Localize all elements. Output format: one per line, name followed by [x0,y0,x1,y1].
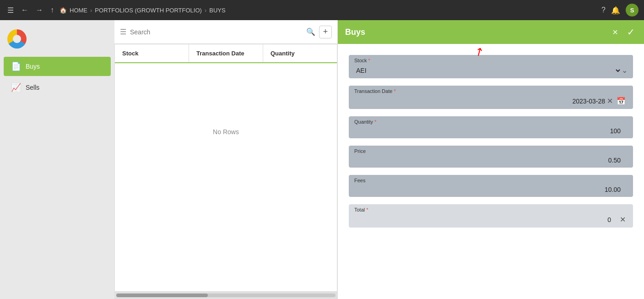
price-input[interactable] [354,157,628,164]
logo [0,24,114,56]
sells-icon: 📈 [11,82,21,92]
sidebar-item-buys[interactable]: 📄 Buys [4,57,111,76]
split-layout: ☰ 🔍 + Stock Transaction Date Quantity No… [114,20,644,299]
transaction-date-label: Transaction Date * [349,86,633,95]
breadcrumb: 🏠 HOME › PORTFOLIOS (GROWTH PORTFOLIO) ›… [60,7,598,14]
help-icon[interactable]: ? [601,6,606,14]
stock-field: Stock * AEI ⌄ [349,55,633,78]
quantity-field: Quantity * [349,116,633,138]
transaction-date-clear-button[interactable]: ✕ [605,97,615,105]
nav-sep-1: › [90,7,92,14]
nav-sep-2: › [205,7,206,14]
back-icon[interactable]: ← [19,4,30,16]
transaction-date-input[interactable] [354,98,605,105]
right-panel: Buys × ✓ Stock * AEI ⌄ [337,20,644,299]
total-field: Total * ✕ [349,204,633,228]
menu-icon[interactable]: ☰ [5,4,16,16]
avatar[interactable]: S [626,4,639,16]
price-input-row [349,155,633,168]
sidebar: 📄 Buys 📈 Sells [0,20,114,299]
fees-field: Fees [349,175,633,197]
col-quantity: Quantity [263,44,337,62]
logo-circle [7,29,27,49]
up-icon[interactable]: ↑ [49,4,56,16]
sidebar-item-buys-label: Buys [26,63,40,70]
total-clear-button[interactable]: ✕ [618,215,628,224]
main-layout: 📄 Buys 📈 Sells ☰ 🔍 + Stock Transaction D… [0,20,644,299]
nav-home[interactable]: HOME [70,7,87,14]
scrollbar-track [116,294,336,297]
nav-current: BUYS [209,7,225,14]
col-transaction-date: Transaction Date [189,44,263,62]
table-empty-message: No Rows [115,63,337,201]
notifications-icon[interactable]: 🔔 [611,6,620,15]
total-input[interactable] [354,216,618,223]
table-body: No Rows [115,63,337,201]
fees-label: Fees [349,175,633,184]
fees-input-row [349,184,633,197]
forward-icon[interactable]: → [34,4,45,16]
transaction-date-calendar-button[interactable]: 📅 [615,97,628,105]
left-content: ☰ 🔍 + Stock Transaction Date Quantity No… [114,20,337,299]
sidebar-item-sells[interactable]: 📈 Sells [4,78,111,97]
logo-inner [13,35,21,43]
quantity-input-row [349,125,633,138]
panel-title: Buys [345,27,611,37]
transaction-date-field: Transaction Date * ✕ 📅 [349,86,633,109]
scrollbar-thumb[interactable] [116,294,208,297]
filter-icon[interactable]: ☰ [120,27,126,36]
sidebar-item-sells-label: Sells [26,84,39,91]
stock-input-row: AEI ⌄ [349,64,633,78]
search-input[interactable] [130,28,303,36]
price-label: Price [349,146,633,155]
total-input-row: ✕ [349,213,633,228]
quantity-input[interactable] [354,127,628,135]
stock-label: Stock * [349,55,633,64]
panel-header: Buys × ✓ [338,20,644,44]
home-icon: 🏠 [60,7,67,14]
topbar-right: ? 🔔 S [601,4,639,16]
search-bar: ☰ 🔍 + [114,20,337,44]
add-button[interactable]: + [319,26,332,38]
quantity-label: Quantity * [349,116,633,125]
search-icon[interactable]: 🔍 [306,27,315,36]
stock-select[interactable]: AEI [354,66,622,75]
stock-dropdown-icon: ⌄ [622,66,628,75]
panel-close-button[interactable]: × [611,25,620,39]
price-field: Price [349,146,633,168]
nav-portfolios[interactable]: PORTFOLIOS (GROWTH PORTFOLIO) [95,7,202,14]
buys-icon: 📄 [11,61,21,71]
horizontal-scrollbar[interactable] [114,292,337,299]
panel-body: Stock * AEI ⌄ Transaction Date * [338,44,644,299]
topbar: ☰ ← → ↑ 🏠 HOME › PORTFOLIOS (GROWTH PORT… [0,0,644,20]
total-label: Total * [349,204,633,213]
transaction-date-input-row: ✕ 📅 [349,95,633,109]
fees-input[interactable] [354,186,628,193]
panel-header-actions: × ✓ [611,25,637,39]
col-stock: Stock [115,44,189,62]
table-header: Stock Transaction Date Quantity [115,44,337,63]
panel-save-button[interactable]: ✓ [625,25,637,39]
table-container: Stock Transaction Date Quantity No Rows [114,44,337,292]
